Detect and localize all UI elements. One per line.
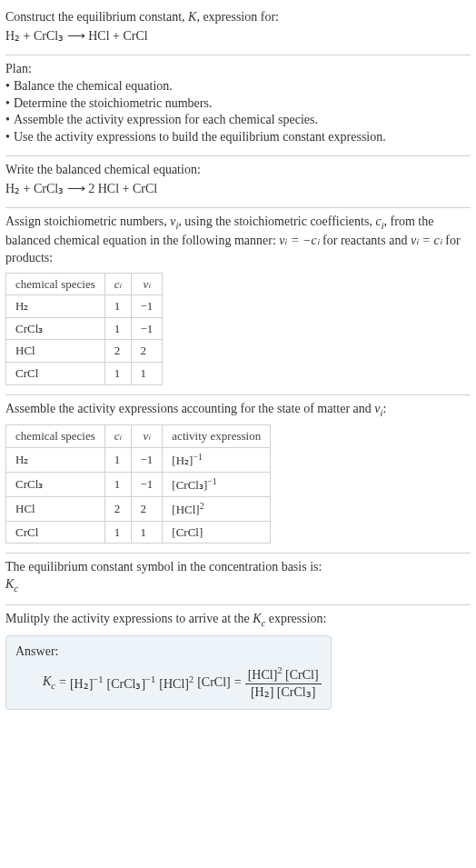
- lhs: Kc: [43, 673, 55, 693]
- cell: −1: [131, 317, 163, 340]
- term: [CrCl₃]−1: [107, 673, 156, 693]
- table-row: H₂1−1: [6, 295, 163, 318]
- equals: =: [234, 674, 242, 692]
- kbasis-text: The equilibrium constant symbol in the c…: [5, 559, 471, 576]
- kc-symbol: Kc: [5, 576, 471, 595]
- cell: 1: [131, 362, 163, 384]
- table-header: activity expression: [163, 425, 271, 448]
- bullet-icon: •: [5, 78, 10, 95]
- table-header: chemical species: [6, 425, 105, 448]
- K-symbol: K: [188, 10, 196, 24]
- ae-exp: −1: [193, 452, 202, 462]
- term: [CrCl]: [197, 674, 231, 692]
- ae-base: [HCl]: [172, 503, 199, 516]
- cell: 2: [104, 496, 131, 521]
- cell: 1: [104, 317, 131, 340]
- cell: [HCl]2: [163, 496, 271, 521]
- plan-title: Plan:: [5, 61, 471, 78]
- cell: [CrCl₃]−1: [163, 472, 271, 496]
- cell: HCl: [6, 340, 105, 363]
- table-header-row: chemical species cᵢ νᵢ activity expressi…: [6, 425, 271, 448]
- term: [H₂]−1: [70, 673, 104, 693]
- kc-expression: Kc = [H₂]−1 [CrCl₃]−1 [HCl]2 [CrCl] = [H…: [15, 664, 322, 702]
- c-sub: c: [14, 584, 18, 594]
- bullet-icon: •: [5, 112, 10, 129]
- text: , using the stoichiometric coefficients,: [178, 215, 375, 228]
- cell: [H₂]−1: [163, 448, 271, 473]
- ae-exp: −1: [207, 476, 216, 486]
- table-row: CrCl₃1−1: [6, 317, 163, 340]
- assign-text: Assign stoichiometric numbers, νi, using…: [5, 214, 471, 267]
- plan-item: •Assemble the activity expression for ea…: [5, 112, 471, 129]
- final-section: Mulitply the activity expressions to arr…: [5, 605, 471, 719]
- answer-box: Answer: Kc = [H₂]−1 [CrCl₃]−1 [HCl]2 [Cr…: [5, 635, 332, 710]
- cell: 1: [104, 295, 131, 318]
- table-row: CrCl11: [6, 362, 163, 384]
- cell: H₂: [6, 448, 105, 473]
- c-sub: c: [51, 681, 55, 691]
- cell: CrCl₃: [6, 317, 105, 340]
- bullet-icon: •: [5, 129, 10, 146]
- prompt-section: Construct the equilibrium constant, K, e…: [5, 4, 471, 55]
- unbalanced-equation: H₂ + CrCl₃ ⟶ HCl + CrCl: [5, 28, 471, 45]
- cell: CrCl₃: [6, 472, 105, 496]
- ae-base: [CrCl]: [172, 525, 203, 539]
- cell: HCl: [6, 496, 105, 521]
- exp: −1: [145, 674, 155, 684]
- base: [H₂]: [70, 677, 93, 691]
- K: K: [5, 577, 14, 591]
- denominator: [H₂] [CrCl₃]: [245, 684, 322, 702]
- plan-item: •Use the activity expressions to build t…: [5, 129, 471, 146]
- plan-item-text: Assemble the activity expression for eac…: [14, 112, 318, 129]
- table-header: cᵢ: [104, 273, 131, 295]
- term: [CrCl]: [285, 668, 319, 682]
- rule-reactants: νᵢ = −cᵢ: [279, 234, 319, 247]
- term: [CrCl₃]: [277, 685, 316, 699]
- table-row: HCl22: [6, 340, 163, 363]
- ae-base: [CrCl₃]: [172, 478, 207, 492]
- cell: 2: [131, 340, 163, 363]
- cell: H₂: [6, 295, 105, 318]
- cell: 1: [104, 472, 131, 496]
- exp: 2: [277, 665, 282, 675]
- balanced-equation: H₂ + CrCl₃ ⟶ 2 HCl + CrCl: [5, 181, 471, 198]
- plan-item-text: Determine the stoichiometric numbers.: [14, 95, 213, 113]
- fraction: [HCl]2 [CrCl] [H₂] [CrCl₃]: [245, 664, 322, 702]
- cell: 2: [104, 340, 131, 363]
- base: [HCl]: [248, 668, 278, 682]
- assign-section: Assign stoichiometric numbers, νi, using…: [5, 208, 471, 394]
- rule-products: νᵢ = cᵢ: [411, 234, 442, 247]
- base: [HCl]: [159, 677, 189, 691]
- balanced-title: Write the balanced chemical equation:: [5, 162, 471, 179]
- cell: 1: [104, 521, 131, 544]
- plan-section: Plan: •Balance the chemical equation. •D…: [5, 55, 471, 156]
- final-title: Mulitply the activity expressions to arr…: [5, 611, 471, 630]
- cell: 2: [131, 496, 163, 521]
- text: Assign stoichiometric numbers,: [5, 215, 170, 228]
- prompt-text: Construct the equilibrium constant, K, e…: [5, 9, 471, 26]
- table-header: chemical species: [6, 273, 105, 295]
- K: K: [43, 674, 51, 688]
- activity-table: chemical species cᵢ νᵢ activity expressi…: [5, 424, 271, 544]
- exp: 2: [189, 674, 193, 684]
- table-header: cᵢ: [104, 425, 131, 448]
- term: [HCl]2: [159, 673, 193, 693]
- numerator: [HCl]2 [CrCl]: [245, 664, 322, 685]
- activity-title: Assemble the activity expressions accoun…: [5, 401, 471, 420]
- cell: CrCl: [6, 521, 105, 544]
- base: [CrCl₃]: [107, 677, 146, 691]
- stoich-table: chemical species cᵢ νᵢ H₂1−1 CrCl₃1−1 HC…: [5, 273, 163, 385]
- cell: −1: [131, 448, 163, 473]
- kbasis-section: The equilibrium constant symbol in the c…: [5, 554, 471, 605]
- ae-exp: 2: [200, 501, 204, 511]
- balanced-section: Write the balanced chemical equation: H₂…: [5, 156, 471, 208]
- table-row: CrCl₃ 1 −1 [CrCl₃]−1: [6, 472, 271, 496]
- text: for reactants and: [320, 234, 411, 247]
- exp: −1: [93, 674, 103, 684]
- activity-section: Assemble the activity expressions accoun…: [5, 395, 471, 554]
- cell: −1: [131, 472, 163, 496]
- plan-item-text: Balance the chemical equation.: [14, 78, 173, 95]
- cell: 1: [104, 362, 131, 384]
- bullet-icon: •: [5, 95, 10, 113]
- prompt-part2: , expression for:: [196, 10, 279, 24]
